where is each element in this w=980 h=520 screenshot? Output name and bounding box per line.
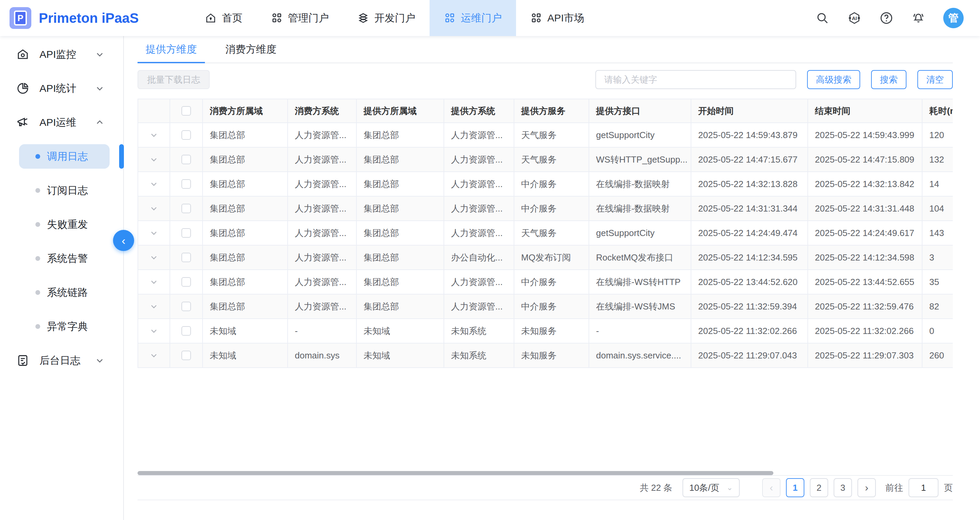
log-table: 消费方所属域消费方系统提供方所属域提供方系统提供方服务提供方接口开始时间结束时间… — [137, 98, 953, 368]
checkbox-cell — [170, 344, 203, 368]
select-all-checkbox[interactable] — [181, 106, 191, 116]
advanced-search-button[interactable]: 高级搜索 — [807, 70, 860, 89]
table-cell: 人力资源管... — [444, 197, 514, 221]
document-icon — [16, 354, 29, 367]
checkbox-cell — [170, 172, 203, 197]
bullet-dot-icon — [35, 324, 40, 329]
keyword-search-input[interactable] — [595, 70, 796, 89]
nav-item-home[interactable]: 首页 — [191, 0, 257, 36]
table-cell: 集团总部 — [357, 123, 444, 147]
page-button-3[interactable]: 3 — [834, 478, 852, 497]
row-expand-icon[interactable] — [150, 254, 158, 262]
sidebar-item-label: 系统告警 — [47, 252, 88, 266]
sidebar-item-pill[interactable]: 异常字典 — [19, 314, 110, 339]
row-checkbox[interactable] — [181, 228, 191, 238]
row-checkbox[interactable] — [181, 253, 191, 262]
row-expand-icon[interactable] — [150, 229, 158, 237]
page-button-1[interactable]: 1 — [786, 478, 804, 497]
column-header: 提供方接口 — [589, 99, 691, 123]
checkbox-cell — [170, 295, 203, 319]
clear-button[interactable]: 清空 — [917, 70, 953, 89]
table-cell: 集团总部 — [203, 295, 288, 319]
bell-icon[interactable] — [911, 11, 926, 25]
sidebar-item-pill[interactable]: 系统告警 — [19, 246, 110, 271]
search-button[interactable]: 搜索 — [871, 70, 907, 89]
ai-icon[interactable]: AI — [847, 11, 862, 25]
row-expand-icon[interactable] — [150, 278, 158, 286]
sidebar-item-pill[interactable]: 失败重发 — [19, 212, 110, 237]
sidebar-item-pill[interactable]: 订阅日志 — [19, 178, 110, 203]
table-cell: 2025-05-22 14:47:15.809 — [808, 147, 923, 172]
prev-page-button[interactable]: ‹ — [762, 478, 781, 497]
page-size-select[interactable]: 10条/页 ⌄ — [682, 478, 740, 497]
user-avatar[interactable]: 管 — [943, 8, 964, 28]
brand-logo-icon: P — [10, 7, 31, 29]
table-header-row: 消费方所属域消费方系统提供方所属域提供方系统提供方服务提供方接口开始时间结束时间… — [138, 99, 953, 123]
table-cell: 人力资源管... — [288, 197, 357, 221]
row-checkbox[interactable] — [181, 302, 191, 311]
table-cell: 2025-05-22 11:32:02.266 — [808, 319, 923, 344]
row-checkbox[interactable] — [181, 277, 191, 287]
table-cell: 260 — [923, 344, 953, 368]
help-icon[interactable] — [879, 11, 894, 25]
sidebar-group-api-stats[interactable]: API统计 — [0, 71, 123, 105]
table-cell: domain.sys — [288, 344, 357, 368]
nav-item-market[interactable]: API市场 — [516, 0, 598, 36]
table-cell: 2025-05-22 14:31:31.448 — [808, 197, 923, 221]
sidebar-collapse-button[interactable]: ‹ — [113, 230, 134, 251]
search-icon[interactable] — [815, 11, 830, 25]
row-checkbox[interactable] — [181, 179, 191, 189]
row-expand-icon[interactable] — [150, 351, 158, 360]
table-row: 集团总部人力资源管...集团总部办公自动化...MQ发布订阅RocketMQ发布… — [138, 246, 953, 270]
row-expand-icon[interactable] — [150, 155, 158, 163]
page-button-2[interactable]: 2 — [810, 478, 828, 497]
row-expand-icon[interactable] — [150, 180, 158, 188]
table-cell: 集团总部 — [357, 270, 444, 295]
next-page-button[interactable]: › — [858, 478, 876, 497]
table-cell: 集团总部 — [203, 123, 288, 147]
row-checkbox[interactable] — [181, 326, 191, 336]
row-expand-icon[interactable] — [150, 131, 158, 139]
table-cell: 2025-05-22 13:44:52.655 — [808, 270, 923, 295]
expand-cell — [138, 172, 170, 197]
home-icon — [205, 12, 216, 24]
sidebar-item-pill[interactable]: 调用日志 — [19, 144, 110, 169]
nav-item-admin[interactable]: 管理门户 — [257, 0, 343, 36]
row-checkbox[interactable] — [181, 204, 191, 213]
nav-item-label: 管理门户 — [288, 11, 329, 25]
row-checkbox[interactable] — [181, 130, 191, 140]
row-checkbox[interactable] — [181, 350, 191, 360]
table-row: 集团总部人力资源管...集团总部人力资源管...中介服务在线编排-数据映射202… — [138, 172, 953, 197]
expand-cell — [138, 123, 170, 147]
table-cell: 2025-05-22 11:32:59.394 — [691, 295, 808, 319]
table-cell: 2025-05-22 13:44:52.620 — [691, 270, 808, 295]
tab-consumer[interactable]: 消费方维度 — [217, 36, 285, 63]
row-expand-icon[interactable] — [150, 327, 158, 335]
table-cell: 集团总部 — [203, 270, 288, 295]
sidebar-group-api-monitor[interactable]: API监控 — [0, 37, 123, 71]
grid-icon — [444, 12, 455, 24]
goto-page-input[interactable] — [908, 478, 939, 497]
table-cell: 在线编排-WS转JMS — [589, 295, 691, 319]
expand-cell — [138, 295, 170, 319]
table-cell: 在线编排-数据映射 — [589, 197, 691, 221]
expand-cell — [138, 344, 170, 368]
sidebar-item-retry: 失败重发 — [0, 208, 123, 241]
nav-item-dev[interactable]: 开发门户 — [343, 0, 430, 36]
row-checkbox[interactable] — [181, 155, 191, 164]
horizontal-scrollbar-thumb[interactable] — [137, 471, 773, 475]
expand-cell — [138, 246, 170, 270]
tab-provider[interactable]: 提供方维度 — [137, 36, 205, 63]
sidebar-group-backend-log[interactable]: 后台日志 — [0, 344, 123, 377]
pagination-total: 共 22 条 — [640, 482, 672, 494]
row-expand-icon[interactable] — [150, 302, 158, 311]
row-expand-icon[interactable] — [150, 205, 158, 212]
sidebar-group-api-ops[interactable]: API运维 — [0, 105, 123, 140]
sidebar-item-pill[interactable]: 系统链路 — [19, 280, 110, 305]
batch-download-button[interactable]: 批量下载日志 — [137, 70, 210, 89]
expand-cell — [138, 197, 170, 221]
nav-item-ops[interactable]: 运维门户 — [430, 0, 516, 36]
table-cell: 未知域 — [357, 344, 444, 368]
table-cell: 天气服务 — [514, 147, 589, 172]
page-size-value: 10条/页 — [689, 482, 719, 494]
